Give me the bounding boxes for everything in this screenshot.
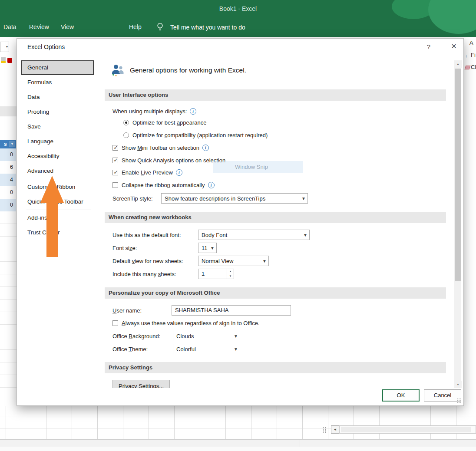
office-theme-select[interactable]: Colorful ▼ — [173, 344, 240, 354]
section-new-workbooks: When creating new workbooks — [105, 212, 446, 223]
fill-icon: ↓ — [465, 53, 468, 58]
show-mini-toolbar-label[interactable]: Show Mini Toolbar on selection — [122, 145, 199, 151]
user-name-field[interactable]: SHARMISTHA SAHA — [172, 305, 291, 316]
optimize-compatibility-radio[interactable] — [123, 132, 129, 138]
default-view-select[interactable]: Normal View ▼ — [198, 256, 269, 266]
autosum-label-fragment[interactable]: A — [469, 40, 473, 46]
fill-label-fragment[interactable]: Fi — [471, 52, 476, 58]
dialog-title: Excel Options — [27, 43, 65, 50]
sidebar-item-formulas[interactable]: Formulas — [21, 75, 94, 90]
mini-toolbar-row: Show Mini Toolbar on selection i — [112, 143, 209, 152]
sidebar-item-data[interactable]: Data — [21, 90, 94, 105]
scrollbar-splitter[interactable] — [322, 427, 326, 433]
default-font-label: Use this as the default font: — [112, 232, 181, 238]
chevron-down-icon: ▼ — [232, 347, 240, 352]
worksheet-grid — [0, 406, 476, 439]
section-user-interface-options: User Interface options — [105, 89, 446, 101]
chevron-down-icon: ▼ — [301, 233, 309, 237]
screentip-style-select[interactable]: Show feature descriptions in ScreenTips … — [161, 193, 308, 204]
scroll-down-icon[interactable]: ▼ — [454, 381, 462, 388]
info-icon[interactable]: i — [202, 145, 209, 151]
clear-label-fragment[interactable]: Cl — [471, 64, 476, 70]
ok-button[interactable]: OK — [382, 389, 420, 402]
collapse-ribbon-label[interactable]: Collapse the ribbon automatically — [122, 182, 205, 188]
default-view-label: Default view for new sheets: — [112, 258, 183, 264]
font-size-label: Font size: — [112, 245, 137, 251]
tell-me-box[interactable]: Tell me what you want to do — [170, 24, 245, 31]
show-mini-toolbar-checkbox[interactable] — [112, 145, 118, 151]
table-cell[interactable]: 0 — [0, 186, 16, 199]
vscroll-thumb[interactable] — [455, 69, 461, 281]
ribbon-tab-help[interactable]: Help — [129, 23, 142, 30]
name-box-fragment[interactable]: ▾ — [0, 42, 9, 52]
ribbon-tab-view[interactable]: View — [61, 23, 74, 30]
collapse-ribbon-row: Collapse the ribbon automatically i — [112, 180, 215, 190]
scroll-up-icon[interactable]: ▲ — [454, 60, 462, 68]
table-cell[interactable]: 6 — [0, 161, 16, 174]
fill-color-icon[interactable] — [1, 57, 6, 63]
stepper-buttons[interactable]: ▲▼ — [227, 269, 234, 279]
info-icon[interactable]: i — [208, 182, 215, 188]
stepper-up-icon[interactable]: ▲ — [227, 269, 234, 274]
office-background-select[interactable]: Clouds ▼ — [173, 331, 240, 341]
table-cell[interactable]: 0 — [0, 148, 16, 161]
stepper-down-icon[interactable]: ▼ — [227, 274, 234, 279]
ribbon-tab-review[interactable]: Review — [29, 23, 49, 30]
lightbulb-icon — [156, 22, 164, 33]
resize-grip[interactable] — [456, 398, 462, 403]
optimize-appearance-label[interactable]: Optimize for best appearance — [132, 119, 207, 126]
table-header-label: s — [4, 141, 7, 147]
multi-display-row: When using multiple displays: i — [112, 106, 196, 116]
info-icon[interactable]: i — [176, 169, 182, 176]
column-header-fragment — [0, 106, 17, 116]
font-size-row: Font size: — [112, 243, 137, 253]
options-main-panel: General options for working with Excel. … — [99, 57, 454, 388]
window-snip-artifact: Window Snip — [213, 161, 303, 173]
horizontal-scrollbar[interactable] — [339, 425, 476, 434]
font-size-select[interactable]: 11 ▼ — [198, 243, 217, 253]
ribbon-tab-data[interactable]: Data — [3, 23, 17, 30]
hscroll-thumb[interactable] — [341, 427, 471, 432]
sidebar-item-proofing[interactable]: Proofing — [21, 105, 94, 119]
section-privacy-settings: Privacy Settings — [105, 362, 446, 373]
font-color-icon[interactable] — [7, 58, 12, 63]
optimize-appearance-radio[interactable] — [123, 120, 129, 125]
office-theme-value: Colorful — [173, 346, 232, 352]
section-personalize: Personalize your copy of Microsoft Offic… — [105, 287, 446, 299]
hscroll-left-arrow-icon[interactable]: ◄ — [331, 425, 339, 434]
enable-live-preview-label[interactable]: Enable Live Preview — [122, 169, 173, 176]
sheet-count-row: Include this many sheets: — [112, 269, 176, 279]
sidebar-item-accessibility[interactable]: Accessibility — [21, 149, 94, 164]
show-quick-analysis-label[interactable]: Show Quick Analysis options on selection — [122, 157, 225, 164]
vertical-scrollbar[interactable]: ▲ ▼ — [454, 60, 461, 388]
privacy-settings-button[interactable]: Privacy Settings... — [112, 380, 170, 388]
default-font-row: Use this as the default font: — [112, 230, 181, 240]
sidebar-item-general[interactable]: General — [21, 60, 94, 75]
sidebar-item-language[interactable]: Language — [21, 134, 94, 149]
chevron-down-icon: ▼ — [261, 259, 268, 263]
show-quick-analysis-checkbox[interactable] — [112, 158, 118, 163]
close-icon[interactable]: × — [449, 41, 459, 51]
status-divider — [300, 440, 300, 447]
filter-dropdown-icon[interactable]: ▼ — [9, 141, 15, 147]
panel-heading: General options for working with Excel. — [130, 66, 246, 74]
help-icon[interactable]: ? — [424, 43, 433, 50]
table-cell[interactable]: 4 — [0, 174, 16, 186]
clear-icon — [465, 66, 471, 69]
office-background-value: Clouds — [173, 333, 232, 339]
default-view-row: Default view for new sheets: — [112, 256, 183, 266]
table-cell[interactable]: 0 — [0, 199, 16, 211]
office-background-label: Office Background: — [112, 333, 160, 339]
sidebar-item-save[interactable]: Save — [21, 119, 94, 134]
always-use-values-checkbox[interactable] — [112, 320, 118, 326]
info-icon[interactable]: i — [190, 108, 196, 115]
default-font-select[interactable]: Body Font ▼ — [198, 230, 310, 240]
collapse-ribbon-checkbox[interactable] — [112, 182, 118, 188]
screentip-style-label: ScreenTip style: — [112, 195, 153, 202]
table-header-cell: s ▼ — [0, 140, 16, 148]
enable-live-preview-checkbox[interactable] — [112, 170, 118, 175]
optimize-compatibility-label[interactable]: Optimize for compatibility (application … — [132, 132, 268, 138]
cancel-button[interactable]: Cancel — [424, 389, 461, 402]
sheet-count-stepper[interactable]: 1 ▲▼ — [198, 269, 234, 279]
always-use-values-label[interactable]: Always use these values regardless of si… — [122, 320, 260, 326]
